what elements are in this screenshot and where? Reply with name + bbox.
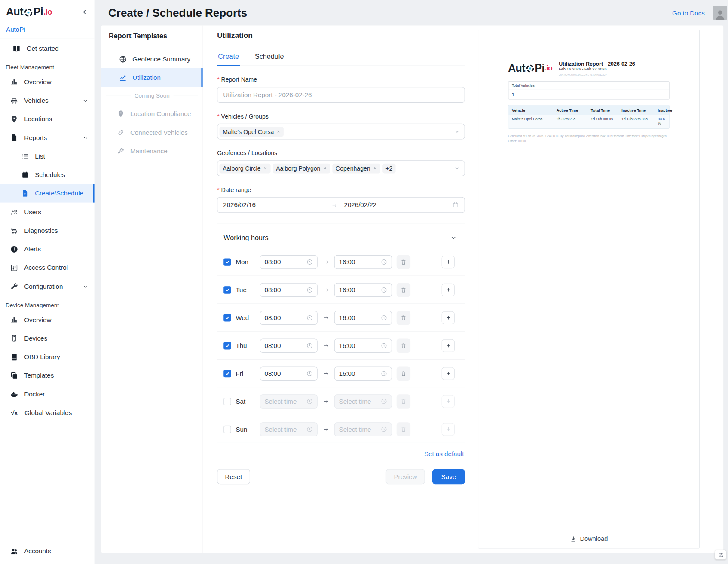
sidebar-item-templates[interactable]: Templates bbox=[0, 366, 95, 384]
report-name-input[interactable] bbox=[217, 87, 465, 103]
collapse-sidebar-icon[interactable] bbox=[81, 9, 88, 15]
report-name-label: Report Name bbox=[217, 76, 465, 83]
date-range-picker[interactable]: 2026/02/16 2026/02/22 bbox=[217, 197, 465, 213]
day-checkbox[interactable] bbox=[223, 342, 231, 349]
sidebar-item-vehicles[interactable]: Vehicles bbox=[0, 91, 95, 110]
delete-time-button[interactable] bbox=[397, 311, 410, 324]
geofences-select[interactable]: Aalborg Circle Aalborg Polygon Copenhage… bbox=[217, 160, 465, 176]
time-from-input[interactable]: 08:00 bbox=[260, 311, 318, 324]
date-start[interactable]: 2026/02/16 bbox=[223, 201, 331, 208]
content-card: Report Templates Geofence Summary Utiliz… bbox=[101, 25, 723, 553]
sidebar-item-reports[interactable]: Reports bbox=[0, 128, 95, 147]
sidebar-item-obd-library[interactable]: OBD Library bbox=[0, 348, 95, 366]
time-from-input[interactable]: 08:00 bbox=[260, 255, 318, 268]
sidebar-item-label: Access Control bbox=[24, 264, 68, 271]
more-tags-badge[interactable]: +2 bbox=[382, 163, 396, 173]
time-from-input[interactable]: 08:00 bbox=[260, 366, 318, 380]
clock-icon bbox=[381, 259, 387, 265]
add-time-button[interactable] bbox=[442, 339, 455, 352]
logo-suffix: .io bbox=[43, 7, 52, 17]
sidebar-item-alerts[interactable]: Alerts bbox=[0, 240, 95, 258]
time-from-input[interactable]: 08:00 bbox=[260, 283, 318, 296]
panel-title: Report Templates bbox=[101, 32, 203, 50]
clock-icon bbox=[381, 314, 387, 321]
time-to-input[interactable]: 16:00 bbox=[334, 338, 392, 352]
delete-time-button[interactable] bbox=[397, 366, 410, 380]
sidebar-item-configuration[interactable]: Configuration bbox=[0, 277, 95, 296]
day-checkbox[interactable] bbox=[223, 369, 231, 377]
sidebar-item-reports-list[interactable]: List bbox=[0, 147, 95, 165]
working-hours-row-fri: Fri 08:00 16:00 bbox=[217, 360, 465, 387]
delete-time-button[interactable] bbox=[397, 255, 410, 268]
day-checkbox[interactable] bbox=[223, 314, 231, 321]
chevron-down-icon bbox=[83, 98, 88, 103]
preview-button[interactable]: Preview bbox=[386, 469, 425, 485]
report-generated-info: Generated at Feb 26, 2026, 12:49 UTC By:… bbox=[508, 133, 669, 144]
remove-tag-icon[interactable] bbox=[323, 166, 327, 170]
template-item-utilization[interactable]: Utilization bbox=[101, 68, 203, 87]
sidebar-item-create-schedule[interactable]: Create/Schedule bbox=[0, 184, 95, 202]
add-time-button[interactable] bbox=[442, 255, 455, 268]
tab-schedule[interactable]: Schedule bbox=[254, 49, 285, 66]
time-to-input[interactable]: 16:00 bbox=[334, 311, 392, 324]
wrench-icon bbox=[10, 282, 18, 290]
clock-icon bbox=[306, 314, 313, 321]
report-form: Utilization Create Schedule Report Name … bbox=[203, 25, 478, 553]
save-button[interactable]: Save bbox=[432, 469, 465, 485]
set-as-default-link[interactable]: Set as default bbox=[424, 450, 464, 457]
sidebar-item-diagnostics[interactable]: Diagnostics bbox=[0, 221, 95, 240]
sidebar-item-label: Docker bbox=[24, 390, 45, 398]
time-to-input[interactable]: 16:00 bbox=[334, 366, 392, 380]
day-checkbox[interactable] bbox=[223, 425, 231, 433]
template-item-geofence-summary[interactable]: Geofence Summary bbox=[101, 50, 203, 68]
add-time-button[interactable] bbox=[442, 283, 455, 296]
report-templates-panel: Report Templates Geofence Summary Utiliz… bbox=[101, 25, 203, 553]
sidebar-item-reports-schedules[interactable]: Schedules bbox=[0, 165, 95, 184]
sidebar-item-overview-device[interactable]: Overview bbox=[0, 311, 95, 329]
delete-time-button[interactable] bbox=[397, 283, 410, 296]
working-hours-header[interactable]: Working hours bbox=[217, 231, 465, 244]
globe-icon bbox=[119, 55, 127, 63]
coming-soon-divider: Coming Soon bbox=[106, 92, 198, 99]
sidebar-item-docker[interactable]: Docker bbox=[0, 385, 95, 403]
org-link[interactable]: AutoPi bbox=[0, 22, 95, 39]
sidebar-item-users[interactable]: Users bbox=[0, 203, 95, 221]
user-avatar[interactable] bbox=[713, 6, 727, 20]
add-time-button[interactable] bbox=[442, 367, 455, 380]
geofence-tag-label: Aalborg Polygon bbox=[276, 165, 320, 171]
users-icon bbox=[10, 208, 18, 216]
download-button[interactable]: Download bbox=[570, 535, 608, 542]
sidebar-item-accounts[interactable]: Accounts bbox=[0, 542, 95, 560]
sidebar-item-get-started[interactable]: Get started bbox=[0, 39, 95, 58]
day-checkbox[interactable] bbox=[223, 258, 231, 265]
map-pin-icon bbox=[117, 110, 125, 117]
day-checkbox[interactable] bbox=[223, 286, 231, 293]
reset-button[interactable]: Reset bbox=[217, 469, 250, 485]
sidebar-item-global-variables[interactable]: √x Global Variables bbox=[0, 403, 95, 422]
remove-tag-icon[interactable] bbox=[277, 130, 281, 134]
time-from-input[interactable]: 08:00 bbox=[260, 338, 318, 352]
time-from-input[interactable]: Select time bbox=[260, 422, 318, 436]
go-to-docs-link[interactable]: Go to Docs bbox=[672, 9, 705, 16]
sidebar-item-label: Devices bbox=[24, 335, 47, 342]
time-to-input[interactable]: Select time bbox=[334, 394, 392, 408]
time-to-input[interactable]: 16:00 bbox=[334, 255, 392, 268]
vehicles-select[interactable]: Malte's Opel Corsa bbox=[217, 124, 465, 140]
sidebar-item-overview-fleet[interactable]: Overview bbox=[0, 73, 95, 91]
sidebar-item-locations[interactable]: Locations bbox=[0, 110, 95, 128]
sidebar-item-access-control[interactable]: Access Control bbox=[0, 258, 95, 277]
report-title: Utilization Report - 2026-02-26 bbox=[559, 61, 635, 67]
sidebar-item-devices[interactable]: Devices bbox=[0, 329, 95, 348]
day-checkbox[interactable] bbox=[223, 397, 231, 405]
date-end[interactable]: 2026/02/22 bbox=[337, 201, 452, 208]
delete-time-button[interactable] bbox=[397, 338, 410, 352]
quick-settings-button[interactable] bbox=[715, 550, 726, 560]
time-to-input[interactable]: Select time bbox=[334, 422, 392, 436]
add-time-button[interactable] bbox=[442, 311, 455, 324]
remove-tag-icon[interactable] bbox=[263, 166, 267, 170]
sidebar-item-label: Schedules bbox=[35, 171, 65, 178]
tab-create[interactable]: Create bbox=[217, 49, 240, 66]
time-from-input[interactable]: Select time bbox=[260, 394, 318, 408]
remove-tag-icon[interactable] bbox=[373, 166, 377, 170]
time-to-input[interactable]: 16:00 bbox=[334, 283, 392, 296]
